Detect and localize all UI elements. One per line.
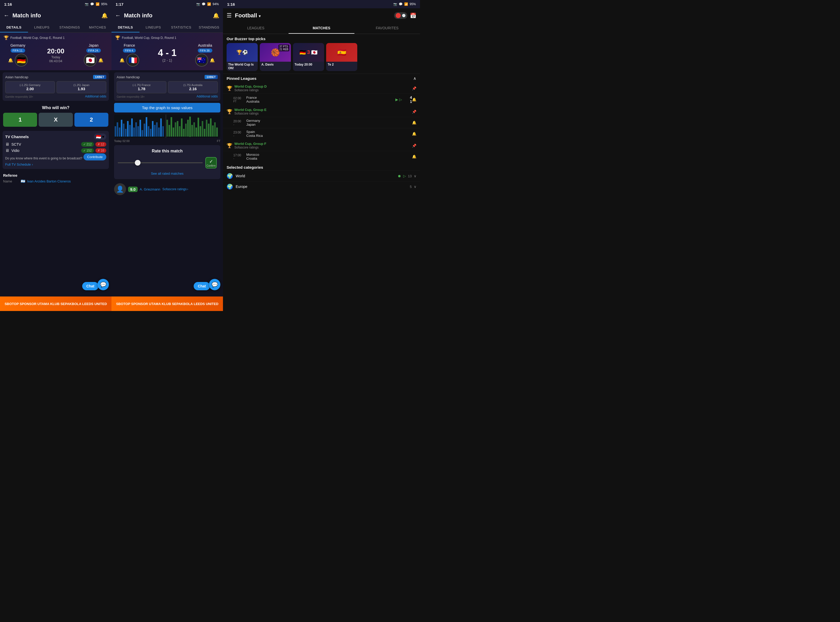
- pin-icon-f[interactable]: 📌: [412, 143, 416, 148]
- panel3-content: Our Buzzer top picks 🏆⚽ The World Cup Is…: [223, 34, 420, 311]
- referee-val-1[interactable]: Ivan Arcides Barton Cisneros: [27, 179, 71, 183]
- notify-icon-mar[interactable]: 🔔: [412, 154, 416, 159]
- match-item-ger-jpn[interactable]: 20:00 - Germany Japan 🔔: [223, 117, 420, 128]
- bell-icon-1[interactable]: 🔔: [101, 12, 108, 19]
- wwwin-btn1[interactable]: 1: [3, 113, 37, 127]
- tab-favourites[interactable]: FAVOURITES: [354, 23, 420, 34]
- svg-rect-49: [216, 128, 218, 137]
- odds-btn1-1[interactable]: (-1.25) Germany 2.00: [5, 81, 55, 93]
- chart-label: Today 02:00 FT: [111, 139, 223, 143]
- title-dropdown-arrow[interactable]: ▾: [259, 14, 261, 18]
- buzzer-card-te2[interactable]: 🇪🇸 Te 2: [326, 43, 357, 71]
- chat-icon-button-1[interactable]: 💬: [98, 279, 109, 290]
- chat-button-2[interactable]: Chat: [194, 282, 210, 290]
- score-aus: 1: [404, 99, 412, 104]
- tab-standings-2[interactable]: STANDINGS: [195, 23, 223, 32]
- league-group-e: 🏆 World Cup, Group E Sofascore ratings 📌…: [223, 106, 420, 139]
- tab-matches-1[interactable]: MATCHES: [84, 23, 112, 32]
- tab-standings-1[interactable]: STANDINGS: [56, 23, 84, 32]
- ad-banner-2[interactable]: SBOTOP SPONSOR UTAMA KLUB SEPAKBOLA LEED…: [111, 296, 223, 311]
- calendar-icon[interactable]: 📅: [410, 12, 416, 19]
- league-name-d: World Cup, Group D: [234, 84, 410, 88]
- ad-banner-1[interactable]: SBOTOP SPONSOR UTAMA KLUB SEPAKBOLA LEED…: [0, 296, 111, 311]
- team2-bell-2[interactable]: 🔔: [210, 58, 215, 63]
- world-count: 13: [408, 174, 412, 178]
- chat-button-1[interactable]: Chat: [82, 282, 99, 290]
- match-teams-mar: Morocco Croatia: [246, 152, 412, 160]
- contribute-button-1[interactable]: Contribute: [84, 153, 106, 160]
- live-toggle[interactable]: 🕐: [394, 12, 407, 19]
- add-odds-2[interactable]: Additional odds: [197, 95, 218, 98]
- svg-rect-45: [208, 123, 209, 137]
- match-item-esp-cri[interactable]: 23:00 - Spain Costa Rica 🔔: [223, 128, 420, 139]
- europe-icon: 🌍: [227, 183, 233, 190]
- channel-stats-vidio: ✓ 152 ✗ 16: [81, 148, 106, 153]
- tab-details-2[interactable]: DETAILS: [111, 23, 139, 32]
- referee-title-1: Referee: [3, 173, 108, 178]
- buzzer-card-worldcup[interactable]: 🏆⚽ The World Cup Is ON!: [227, 43, 258, 71]
- pin-icon-d[interactable]: 📌: [412, 86, 416, 90]
- score-fra: 4: [404, 95, 412, 99]
- league-icon-d: 🏆: [227, 85, 232, 91]
- player-name[interactable]: A. Griezmann: [140, 188, 160, 191]
- match-item-mar-cro[interactable]: 17:00 - Morocco Croatia 🔔: [223, 151, 420, 162]
- full-schedule-link-1[interactable]: Full TV Schedule ›: [5, 163, 106, 166]
- tv-header-1: TV Channels 🇮🇩 ▾: [5, 133, 106, 140]
- back-button-2[interactable]: ←: [115, 12, 121, 19]
- chat-icon-button-2[interactable]: 💬: [209, 279, 220, 290]
- play-icon-fra[interactable]: ▷: [399, 98, 402, 102]
- buzzer-card-gervsjpn[interactable]: 🇩🇪 3 🇯🇵 Today 20:00: [293, 43, 324, 71]
- tab-leagues[interactable]: LEAGUES: [223, 23, 289, 34]
- league-name-f: World Cup, Group F: [234, 142, 410, 146]
- tab-statistics-2[interactable]: STATISTICS: [167, 23, 195, 32]
- tab-lineups-1[interactable]: LINEUPS: [28, 23, 56, 32]
- categories-title: Selected categories: [223, 163, 420, 171]
- hamburger-menu[interactable]: ☰: [227, 12, 232, 19]
- category-europe[interactable]: 🌍 Europe 5 ∨: [223, 181, 420, 192]
- panel2-content: 🏆 Football, World Cup, Group D, Round 1 …: [111, 33, 223, 311]
- add-odds-1[interactable]: Additional odds: [85, 95, 106, 98]
- odds-brand-1[interactable]: 1XBET: [93, 75, 106, 79]
- odds-btn2-2[interactable]: (1.75) Australia 2.16: [168, 81, 218, 93]
- stat-green-vidio: ✓ 152: [81, 148, 94, 153]
- tv-question-1: Do you know where this event is going to…: [5, 157, 82, 160]
- sofascore-link[interactable]: Sofascore ratings ›: [162, 188, 188, 191]
- notify-icon-ger[interactable]: 🔔: [412, 120, 416, 125]
- rate-slider-thumb[interactable]: [135, 160, 141, 166]
- panel-left: 1:16 📷 💬 📶 95% ← Match info 🔔 DETAILS LI…: [0, 0, 111, 311]
- right-tabs: LEAGUES MATCHES FAVOURITES: [223, 23, 420, 34]
- wwwin-btnx[interactable]: X: [39, 113, 73, 127]
- tab-details-1[interactable]: DETAILS: [0, 23, 28, 32]
- tv-title-1: TV Channels: [5, 134, 29, 139]
- league-sub-d: Sofascore ratings: [234, 88, 410, 92]
- confirm-button[interactable]: ✓ Confirm: [205, 157, 217, 168]
- notify-icon-fra[interactable]: 🔔: [412, 98, 416, 102]
- team1-bell-1[interactable]: 🔔: [8, 58, 13, 63]
- tap-graph-button[interactable]: Tap the graph to swap values: [114, 103, 220, 113]
- tab-matches[interactable]: MATCHES: [289, 23, 354, 34]
- match-chart[interactable]: [114, 114, 220, 138]
- notify-icon-esp[interactable]: 🔔: [412, 132, 416, 136]
- see-rated-link[interactable]: See all rated matches: [118, 172, 217, 175]
- match-item-fra-aus[interactable]: 02:00 FT France Australia ▶ ▷ 4 1: [223, 93, 420, 105]
- bell-icon-2[interactable]: 🔔: [213, 12, 219, 19]
- team2-bell-1[interactable]: 🔔: [98, 58, 104, 63]
- svg-rect-26: [168, 125, 170, 137]
- odds-btn2-1[interactable]: (1.25) Japan 1.93: [57, 81, 106, 93]
- rate-slider[interactable]: [118, 162, 203, 163]
- flag-select-1[interactable]: 🇮🇩 ▾: [94, 133, 106, 140]
- pinned-collapse-button[interactable]: ∧: [413, 76, 416, 81]
- wwwin-btn2[interactable]: 2: [75, 113, 108, 127]
- back-button-1[interactable]: ←: [4, 12, 9, 19]
- pin-icon-e[interactable]: 📌: [412, 110, 416, 114]
- team1-info-1: Germany FIFA 11. 🔔 🇩🇪: [4, 43, 32, 67]
- odds-brand-2[interactable]: 1XBET: [205, 75, 218, 79]
- buzzer-title: Our Buzzer top picks: [227, 37, 416, 41]
- team1-bell-2[interactable]: 🔔: [119, 58, 125, 63]
- tab-lineups-2[interactable]: LINEUPS: [139, 23, 168, 32]
- svg-rect-25: [166, 120, 168, 137]
- category-world[interactable]: 🌍 World ⏺ ▷ 13 ∨: [223, 171, 420, 181]
- team1-name-1: Germany: [11, 43, 25, 47]
- odds-btn1-2[interactable]: (-1.75) France 1.78: [117, 81, 166, 93]
- buzzer-card-adavis[interactable]: 37 PTS21 REB 🏀 A. Davis: [260, 43, 291, 71]
